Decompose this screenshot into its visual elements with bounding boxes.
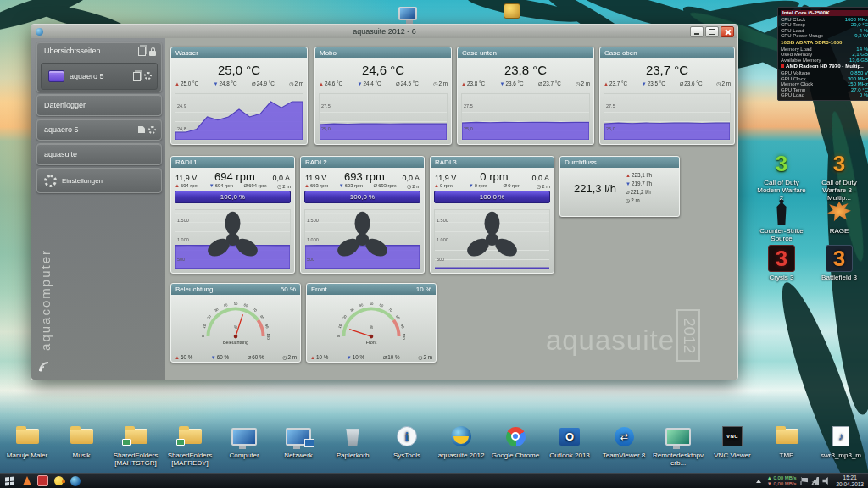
- stat-time: 2 m: [576, 80, 590, 86]
- window-titlebar[interactable]: aquasuite 2012 - 6: [31, 25, 737, 38]
- panel-title: Wasser: [175, 47, 198, 58]
- taskbar-clock[interactable]: 15:21 20.04.2013: [836, 474, 864, 486]
- desktop-icon-papierkorb[interactable]: Papierkorb: [326, 422, 380, 459]
- taskbar-aquasuite[interactable]: [69, 474, 81, 487]
- avg-icon: [248, 355, 252, 360]
- gear-icon[interactable]: [144, 72, 152, 80]
- desktop-shortcut[interactable]: [504, 3, 520, 19]
- desktop-icon-teamviewer[interactable]: ⇄ TeamViewer 8: [597, 422, 651, 459]
- svg-text:80: 80: [259, 314, 265, 320]
- taskbar: ▲ 0,00 MB/s ▼ 0,00 MB/s 15:21 20.04.2013: [0, 473, 868, 488]
- svg-text:40: 40: [359, 302, 364, 308]
- desktop-icon-computer[interactable]: Computer: [217, 422, 271, 459]
- max-icon: [175, 183, 180, 188]
- game-shortcut-cod-mw2[interactable]: 3 Call of Duty Modern Warfare 2: [754, 149, 809, 202]
- game-shortcut-bf3[interactable]: 3 Battlefield 3: [812, 244, 866, 281]
- sensor-panel-case-unten: Case unten 23,8 °C 23,8 °C 23,6 °C 23,7 …: [457, 47, 594, 145]
- stats-row: 10 % 10 % 10 % 2 m: [307, 354, 436, 360]
- game-shortcut-rage[interactable]: RAGE: [812, 197, 866, 235]
- volume-icon[interactable]: [822, 477, 830, 485]
- stats-row: 24,6 °C 24,4 °C 24,5 °C 2 m: [315, 80, 451, 86]
- stat-time: 2 m: [537, 183, 550, 189]
- close-button[interactable]: [721, 26, 734, 37]
- start-button[interactable]: [0, 474, 19, 488]
- stat-time: 2 m: [289, 80, 303, 86]
- stat-max: 10 %: [310, 354, 328, 360]
- stats-row: 25,0 °C 24,8 °C 24,9 °C 2 m: [171, 80, 307, 86]
- desktop-icon-netzwerk[interactable]: Netzwerk: [271, 422, 326, 459]
- settings-gear-icon: [44, 175, 57, 187]
- taskbar-duck[interactable]: [53, 474, 65, 487]
- stat-min: 23,6 °C: [500, 80, 524, 86]
- icon-label: SharedFolders [MAHTSTGR]: [108, 452, 163, 467]
- network-speed-widget[interactable]: ▲ 0,00 MB/s ▼ 0,00 MB/s: [767, 475, 797, 486]
- show-hidden-icons[interactable]: [756, 480, 761, 483]
- taskbar-app-red[interactable]: [36, 474, 49, 487]
- save-icon[interactable]: [138, 126, 145, 133]
- temperature-value: 23,7 °C: [600, 60, 734, 80]
- desktop-icon-outlook[interactable]: O Outlook 2013: [542, 422, 597, 459]
- brand-text: aquacomputer: [38, 249, 53, 351]
- desktop-shortcut[interactable]: [398, 7, 417, 20]
- desktop-icon-chrome[interactable]: Google Chrome: [488, 422, 542, 459]
- osd-value: 0,850 V: [850, 70, 868, 76]
- desktop-icon-sharedfolders-2[interactable]: SharedFolders [MAFREDY]: [163, 422, 217, 467]
- svg-text:30: 30: [349, 307, 355, 313]
- gear-icon[interactable]: [148, 126, 156, 134]
- desktop-icon-rdp[interactable]: Remotedesktopverb...: [651, 422, 705, 467]
- game-shortcut-crysis3[interactable]: 3 Crysis 3: [754, 244, 809, 281]
- fan-power-bar: 100,0 %: [304, 191, 420, 203]
- stat-max: 694 rpm: [175, 183, 198, 189]
- share-badge: [176, 439, 185, 446]
- taskbar-vlc[interactable]: [20, 474, 33, 487]
- network-status-icon[interactable]: [811, 477, 819, 485]
- action-center-icon[interactable]: [800, 477, 808, 485]
- stat-min: 0 rpm: [469, 183, 487, 189]
- icon-label: Battlefield 3: [812, 274, 866, 281]
- history-chart: 27,525,0: [461, 93, 590, 141]
- fan-current: 0,0 A: [402, 174, 420, 182]
- minimize-button[interactable]: [690, 26, 704, 37]
- sidebar-item-datenlogger[interactable]: Datenlogger: [36, 94, 162, 116]
- stat-max: 24,6 °C: [319, 80, 342, 86]
- sidebar-item-aquaero5-page[interactable]: aquaero 5: [41, 63, 158, 90]
- max-icon: [304, 183, 309, 188]
- panel-title: RADI 1: [175, 157, 198, 168]
- lock-icon[interactable]: [149, 51, 156, 56]
- duplicate-icon[interactable]: [133, 72, 141, 81]
- duck-icon: [54, 476, 64, 485]
- sidebar-item-settings[interactable]: Einstellungen: [36, 168, 162, 193]
- stat-max: 25,0 °C: [175, 80, 198, 86]
- svg-text:100: 100: [266, 334, 270, 341]
- desktop-icon-vnc[interactable]: VNC VNC Viewer: [705, 422, 760, 459]
- svg-text:60: 60: [243, 302, 249, 308]
- svg-text:90: 90: [264, 324, 270, 330]
- clock-icon: [407, 184, 411, 189]
- sidebar-group-overview[interactable]: Übersichtsseiten aquaero 5: [36, 42, 162, 92]
- network-node-icon: [304, 439, 314, 447]
- clock-icon: [277, 184, 281, 189]
- desktop-icon-user-folder[interactable]: Manuje Maier: [0, 422, 54, 459]
- desktop-icon-systools[interactable]: i SysTools: [380, 422, 434, 459]
- clock-icon: [537, 184, 541, 189]
- pages-icon[interactable]: [138, 47, 146, 56]
- svg-text:20: 20: [342, 313, 348, 319]
- maximize-button[interactable]: [705, 26, 719, 37]
- sidebar-item-aquasuite[interactable]: aquasuite: [36, 143, 162, 165]
- stat-time: 2 m: [626, 197, 675, 205]
- sidebar-item-aquaero5[interactable]: aquaero 5: [36, 119, 162, 141]
- desktop-icon-musik[interactable]: Musik: [54, 422, 108, 459]
- desktop-icon-aquasuite[interactable]: aquasuite 2012: [434, 422, 488, 459]
- game-shortcut-css[interactable]: Counter-Strike Source: [754, 197, 809, 242]
- game-shortcut-cod-mw3-mp[interactable]: 3 Call of Duty Warfare 3 - Multip...: [812, 149, 866, 202]
- folder-icon: [16, 429, 39, 444]
- desktop-icon-sharedfolders-1[interactable]: SharedFolders [MAHTSTGR]: [108, 422, 163, 467]
- game-icon: 3: [833, 152, 845, 175]
- desktop-icon-mp3[interactable]: ♪ swr3_mp3_m: [814, 422, 868, 459]
- panel-title: Case unten: [462, 47, 497, 58]
- min-icon: [642, 81, 647, 86]
- gauge-panel-beleuchtung: Beleuchtung 60 % 0102030405060708090100 …: [170, 283, 301, 363]
- stat-min: 60 %: [211, 354, 229, 360]
- osd-label: Available Memory: [781, 58, 821, 64]
- desktop-icon-tmp[interactable]: TMP: [760, 422, 814, 459]
